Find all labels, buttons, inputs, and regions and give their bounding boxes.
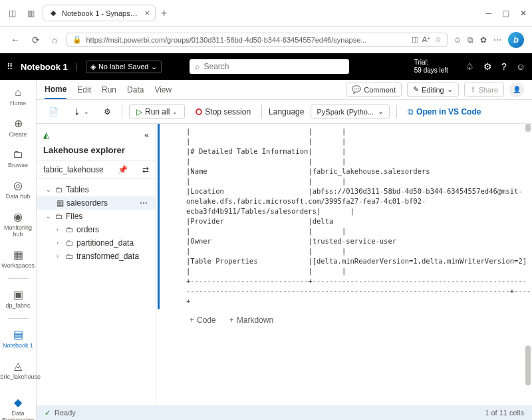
sensitivity-label[interactable]: ◈ No labelSaved ⌄: [86, 61, 162, 73]
home-nav-button[interactable]: ⌂: [49, 32, 60, 48]
settings-icon[interactable]: ⚙: [483, 61, 492, 72]
language-label: Language: [269, 107, 304, 116]
address-actions: ✩ ⧉ ✿ ⋯: [454, 35, 501, 45]
search-input[interactable]: [203, 62, 344, 71]
bing-icon[interactable]: b: [508, 32, 524, 48]
monitoring-icon: ◉: [13, 210, 23, 223]
more-icon[interactable]: ⋯: [140, 198, 152, 208]
folder-icon: 🗀: [55, 185, 63, 194]
tab-view[interactable]: View: [154, 81, 172, 99]
rail-dataeng[interactable]: ◆Data Engineering: [0, 393, 36, 420]
chevron-right-icon: ›: [57, 226, 63, 233]
pin-icon[interactable]: 📌: [118, 165, 128, 174]
rail-home[interactable]: ⌂Home: [0, 84, 36, 109]
table-icon: ▦: [57, 198, 64, 208]
more-icon[interactable]: ⋯: [493, 35, 501, 45]
chevron-down-icon: ⌄: [46, 186, 53, 193]
browse-icon: 🗀: [13, 148, 23, 160]
tree-files[interactable]: ⌄🗀Files: [37, 210, 156, 223]
toolbar: 📄 ⭳⌄ ⚙ ▷Run all⌄ Stop session Language P…: [37, 100, 532, 124]
lakehouse-glyph-icon: ◭: [43, 130, 49, 140]
window-controls: ─ ▢ ✕: [485, 9, 527, 18]
browser-tab[interactable]: ◆ Notebook 1 - Synapse Data Eng ×: [43, 5, 156, 21]
new-tab-button[interactable]: +: [156, 7, 172, 19]
url-box[interactable]: 🔒 https://msit.powerbi.com/groups/0130d3…: [66, 33, 448, 47]
notebook-name[interactable]: Notebook 1: [21, 62, 68, 72]
tab-edit[interactable]: Edit: [77, 81, 91, 99]
rail-create[interactable]: ⊕Create: [0, 114, 36, 140]
presence-avatar[interactable]: 👤: [509, 83, 524, 97]
editing-button[interactable]: ✎Editing⌄: [407, 83, 459, 97]
tree-orders[interactable]: ›🗀orders: [37, 223, 156, 236]
run-all-button[interactable]: ▷Run all⌄: [129, 105, 185, 119]
check-icon: ✓: [45, 409, 51, 417]
scrollbar[interactable]: [525, 124, 531, 405]
close-window-button[interactable]: ✕: [520, 9, 527, 18]
minimize-button[interactable]: ─: [485, 9, 491, 18]
back-button[interactable]: ←: [8, 32, 23, 48]
tree-partitioned[interactable]: ›🗀partitioned_data: [37, 236, 156, 250]
search-box[interactable]: ⌕: [190, 59, 349, 74]
share-button[interactable]: ⇪Share: [464, 83, 504, 97]
maximize-button[interactable]: ▢: [502, 9, 509, 18]
explorer-source[interactable]: fabric_lakehouse 📌 ⇄: [37, 160, 156, 179]
favorites-bar-icon[interactable]: ✩: [454, 35, 461, 45]
download-button[interactable]: ⭳⌄: [69, 105, 93, 118]
collapse-explorer-icon[interactable]: «: [144, 130, 149, 140]
swap-icon[interactable]: ⇄: [142, 165, 149, 174]
create-icon: ⊕: [14, 117, 23, 130]
workspace-item-icon: ▣: [13, 288, 23, 301]
tab-run[interactable]: Run: [102, 81, 116, 99]
rail-monitoring[interactable]: ◉Monitoring hub: [0, 208, 36, 240]
rail-lakehouse[interactable]: ◬fabric_lakehouse: [0, 357, 36, 383]
reader-icon[interactable]: ◫: [412, 35, 418, 44]
menu-tabs: Home Edit Run Data View 💬Comment ✎Editin…: [37, 80, 532, 100]
close-icon[interactable]: ×: [144, 8, 150, 18]
search-icon: ⌕: [195, 62, 200, 71]
rail-dpfabric[interactable]: ▣dp_fabric: [0, 286, 36, 312]
notebook-cell[interactable]: | | | | | | |# Detailed Table Informatio…: [158, 124, 532, 309]
chevron-down-icon: ⌄: [46, 213, 53, 220]
app-grip-icon[interactable]: ⠿: [7, 62, 13, 72]
tab-home[interactable]: Home: [45, 81, 66, 99]
rail-notebook1[interactable]: ▤Notebook 1: [0, 325, 36, 351]
plus-icon: +: [229, 315, 234, 325]
refresh-button[interactable]: ⟳: [29, 32, 43, 48]
chevron-down-icon: ⌄: [172, 108, 178, 115]
save-button[interactable]: 📄: [45, 105, 63, 118]
tree-salesorders[interactable]: ▦salesorders⋯: [37, 196, 156, 210]
collections-icon[interactable]: ⧉: [467, 35, 473, 45]
tree-transformed[interactable]: ›🗀transformed_data: [37, 250, 156, 263]
comment-button[interactable]: 💬Comment: [346, 83, 402, 97]
folder-icon: 🗀: [66, 225, 74, 234]
sidebar-icon[interactable]: ▥: [24, 7, 37, 20]
folder-icon: 🗀: [66, 238, 74, 248]
settings-button[interactable]: ⚙: [100, 105, 115, 118]
feedback-icon[interactable]: ☺: [516, 61, 525, 72]
explorer-title: Lakehouse explorer: [37, 142, 156, 160]
tree-tables[interactable]: ⌄🗀Tables: [37, 183, 156, 196]
app-topbar: ⠿ Notebook 1 | ◈ No labelSaved ⌄ ⌕ Trial…: [0, 53, 532, 80]
stop-session-button[interactable]: Stop session: [192, 105, 255, 118]
rail-workspaces[interactable]: ▦Workspaces: [0, 246, 36, 272]
workarea: ◭ « Lakehouse explorer fabric_lakehouse …: [37, 124, 532, 405]
separator: [122, 105, 122, 118]
scroll-thumb[interactable]: [525, 345, 531, 385]
extensions-icon[interactable]: ✿: [480, 35, 487, 45]
add-markdown-button[interactable]: +Markdown: [229, 315, 273, 325]
chevron-down-icon: ⌄: [378, 107, 384, 116]
text-size-icon[interactable]: A⁺: [422, 35, 431, 44]
favorite-icon[interactable]: ☆: [435, 35, 442, 44]
help-icon[interactable]: ?: [501, 61, 507, 72]
pencil-icon: ✎: [413, 85, 419, 94]
add-code-button[interactable]: +Code: [190, 315, 216, 325]
workspace-icon[interactable]: ◫: [5, 7, 19, 20]
scroll-thumb-top[interactable]: [525, 124, 531, 132]
language-select[interactable]: PySpark (Pytho...⌄: [311, 105, 390, 118]
open-vscode-button[interactable]: ⧉Open in VS Code: [404, 105, 485, 118]
rail-browse[interactable]: 🗀Browse: [0, 146, 36, 171]
rail-datahub[interactable]: ◎Data hub: [0, 176, 36, 202]
notifications-icon[interactable]: ♤: [466, 61, 474, 72]
tab-data[interactable]: Data: [127, 81, 144, 99]
notebook-area: | | | | | | |# Detailed Table Informatio…: [156, 124, 532, 405]
